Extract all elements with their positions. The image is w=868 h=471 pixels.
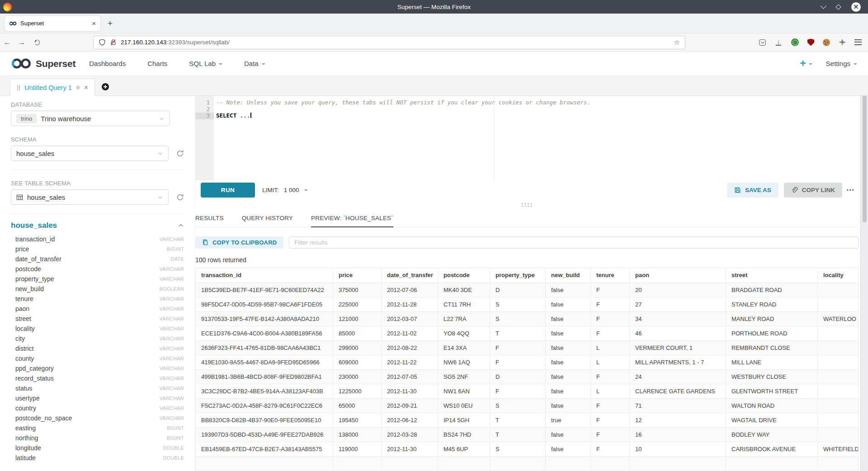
- table-row[interactable]: 419E1030-9A55-4467-8DA9-9FED95D659666090…: [196, 355, 859, 369]
- schema-column-row[interactable]: countryVARCHAR: [11, 403, 184, 413]
- schema-column-row[interactable]: transaction_idVARCHAR: [11, 234, 184, 244]
- table-row[interactable]: 3C3C29DC-B7B2-4BE5-914A-A38123AF403B1225…: [196, 384, 859, 398]
- cookie-icon[interactable]: [823, 39, 830, 46]
- ublock-icon[interactable]: [807, 39, 814, 46]
- new-browser-tab-button[interactable]: +: [108, 19, 113, 28]
- table-row[interactable]: 193907D3-5DBD-453D-A49E-9FEE27DAB9261380…: [196, 427, 859, 442]
- schema-column-row[interactable]: tenureVARCHAR: [11, 294, 184, 304]
- chevron-up-icon[interactable]: [178, 222, 184, 229]
- column-header-price[interactable]: price: [333, 268, 382, 283]
- schema-select[interactable]: house_sales: [11, 146, 169, 161]
- window-maximize-icon[interactable]: [835, 4, 841, 10]
- nav-item-charts[interactable]: Charts: [147, 60, 167, 67]
- schema-column-row[interactable]: paonVARCHAR: [11, 304, 184, 314]
- drag-handle-icon[interactable]: [17, 85, 20, 90]
- new-item-button[interactable]: +: [800, 58, 812, 69]
- refresh-table-icon[interactable]: [176, 193, 184, 201]
- window-minimize-icon[interactable]: [821, 3, 826, 9]
- column-header-transaction_id[interactable]: transaction_id: [196, 268, 333, 283]
- query-tab-active[interactable]: Untitled Query 1 ×: [10, 79, 95, 96]
- menu-icon[interactable]: [854, 39, 862, 45]
- schema-column-row[interactable]: districtVARCHAR: [11, 344, 184, 353]
- downloads-icon[interactable]: [774, 38, 783, 47]
- forward-icon[interactable]: →: [14, 38, 29, 47]
- filter-results-input[interactable]: [289, 236, 859, 249]
- schema-column-row[interactable]: eastingBIGINT: [11, 423, 184, 433]
- schema-column-row[interactable]: countyVARCHAR: [11, 353, 184, 363]
- nav-item-label: Dashboards: [89, 60, 126, 67]
- browser-tab[interactable]: Superset ×: [5, 16, 100, 31]
- back-icon[interactable]: ←: [0, 38, 14, 47]
- table-row[interactable]: EB1459EB-67ED-47C8-B2E7-A38143AB55751190…: [196, 442, 859, 456]
- column-header-paon[interactable]: paon: [630, 268, 726, 283]
- column-name: new_build: [15, 285, 44, 292]
- table-row[interactable]: ECE1D376-C9A6-4C00-B004-A380B189FA568500…: [196, 326, 859, 340]
- shield-icon[interactable]: [99, 39, 106, 46]
- table-row[interactable]: 91370533-19F5-47FE-B142-A380A8ADA2101210…: [196, 311, 859, 326]
- schema-column-row[interactable]: property_typeVARCHAR: [11, 274, 184, 284]
- schema-column-row[interactable]: postcodeVARCHAR: [11, 264, 184, 274]
- vertical-scrollbar[interactable]: [860, 76, 868, 471]
- browser-tab-close-icon[interactable]: ×: [92, 20, 96, 27]
- save-as-button[interactable]: SAVE AS: [727, 183, 778, 198]
- database-select[interactable]: trino Trino warehouse: [11, 111, 170, 126]
- copy-link-button[interactable]: COPY LINK: [784, 183, 842, 198]
- schema-column-row[interactable]: longitudeDOUBLE: [11, 443, 184, 453]
- column-header-date_of_transfer[interactable]: date_of_transfer: [382, 268, 438, 283]
- schema-column-row[interactable]: localityVARCHAR: [11, 324, 184, 334]
- table-select[interactable]: house_sales: [11, 189, 169, 205]
- more-options-button[interactable]: •••: [847, 188, 855, 193]
- bookmark-star-icon[interactable]: ☆: [674, 38, 680, 47]
- run-button[interactable]: RUN: [201, 183, 255, 198]
- settings-menu[interactable]: Settings: [826, 60, 857, 67]
- schema-column-row[interactable]: postcode_no_spaceVARCHAR: [11, 413, 184, 423]
- pocket-icon[interactable]: [759, 39, 766, 46]
- result-tab-results[interactable]: RESULTS: [195, 211, 224, 227]
- schema-column-row[interactable]: ppd_categoryVARCHAR: [11, 363, 184, 373]
- column-header-tenure[interactable]: tenure: [591, 268, 630, 283]
- table-row[interactable]: 2636F323-FF41-4765-81DB-98CAA6A43BC12990…: [196, 340, 859, 355]
- table-row[interactable]: F5C273AC-0D2A-458F-8279-9C61F0C22EC66500…: [196, 398, 859, 413]
- schema-column-row[interactable]: cityVARCHAR: [11, 334, 184, 344]
- table-schema-title[interactable]: house_sales: [11, 221, 57, 230]
- table-row[interactable]: 98F5DC47-0D05-4D59-95B7-98CA6F1FDE052250…: [196, 297, 859, 311]
- copy-to-clipboard-button[interactable]: COPY TO CLIPBOARD: [195, 236, 283, 249]
- nav-item-sql-lab[interactable]: SQL Lab: [189, 60, 222, 67]
- schema-column-row[interactable]: new_buildBOOLEAN: [11, 284, 184, 294]
- pane-splitter[interactable]: [195, 199, 859, 211]
- schema-column-row[interactable]: record_statusVARCHAR: [11, 373, 184, 383]
- schema-column-row[interactable]: latitudeDOUBLE: [11, 453, 184, 463]
- superset-brand[interactable]: Superset: [11, 58, 75, 69]
- schema-column-row[interactable]: northingBIGINT: [11, 433, 184, 443]
- refresh-schema-icon[interactable]: [176, 150, 184, 157]
- nav-item-dashboards[interactable]: Dashboards: [89, 60, 126, 67]
- scrollbar-thumb[interactable]: [863, 82, 867, 222]
- schema-column-row[interactable]: priceBIGINT: [11, 244, 184, 254]
- sparkle-icon[interactable]: [839, 39, 846, 46]
- query-tab-close-icon[interactable]: ×: [84, 84, 88, 91]
- sql-editor[interactable]: 123 -- Note: Unless you save your query,…: [195, 96, 859, 180]
- url-field[interactable]: 217.160.120.143:32393/superset/sqllab/ ☆: [93, 36, 685, 49]
- window-close-icon[interactable]: [851, 2, 861, 12]
- table-row[interactable]: 1B5C39ED-BE7F-41EF-9E71-9C60EED74A223750…: [196, 283, 859, 297]
- new-query-tab-button[interactable]: [95, 78, 116, 95]
- table-row[interactable]: 499B1981-3B6B-4BCD-808F-9FED9802BFA12300…: [196, 369, 859, 384]
- reload-icon[interactable]: [34, 40, 40, 45]
- column-header-new_build[interactable]: new_build: [546, 268, 591, 283]
- schema-column-row[interactable]: statusVARCHAR: [11, 383, 184, 393]
- nav-item-data[interactable]: Data: [244, 60, 265, 67]
- result-tab-preview[interactable]: PREVIEW: `HOUSE_SALES`: [311, 211, 393, 227]
- schema-column-row[interactable]: streetVARCHAR: [11, 314, 184, 324]
- table-row[interactable]: BB8320C9-D82B-4B37-90E0-9FEE05095E101954…: [196, 413, 859, 427]
- result-tab-query-history[interactable]: QUERY HISTORY: [242, 211, 293, 227]
- globe-icon[interactable]: [791, 38, 799, 46]
- column-header-property_type[interactable]: property_type: [490, 268, 546, 283]
- schema-column-row[interactable]: date_of_transferDATE: [11, 254, 184, 264]
- column-header-postcode[interactable]: postcode: [438, 268, 490, 283]
- editor-code[interactable]: -- Note: Unless you save your query, the…: [214, 96, 859, 180]
- insecure-lock-icon[interactable]: [110, 39, 117, 46]
- column-header-street[interactable]: street: [726, 268, 818, 283]
- limit-control[interactable]: LIMIT: 1 000: [262, 187, 308, 193]
- schema-column-row[interactable]: usertypeVARCHAR: [11, 393, 184, 403]
- column-header-locality[interactable]: locality: [818, 268, 859, 283]
